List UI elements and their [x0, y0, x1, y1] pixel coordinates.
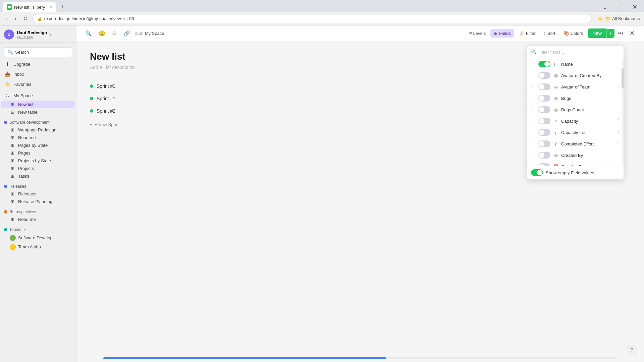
toggle-avatar-cb[interactable] [538, 72, 550, 79]
filter-button[interactable]: ⚡ Filter [516, 29, 539, 38]
close-window-button[interactable]: ✕ [628, 2, 641, 12]
close-button[interactable]: ✕ [627, 28, 637, 38]
toggle-completed-effort[interactable] [538, 140, 550, 147]
drag-handle-bugs[interactable]: ⠿ [531, 96, 536, 101]
sidebar-item-webpage-redesign[interactable]: ⊞ Webpage Redesign [1, 126, 75, 134]
sidebar-item-team-alpha[interactable]: 🟡 Team Alpha [1, 242, 75, 251]
section-teams[interactable]: Teams ▾ [1, 226, 75, 233]
back-button[interactable]: ‹ [4, 14, 10, 23]
read-me-1-label: Read me [18, 135, 36, 140]
field-row-completed-effort[interactable]: ⠿ ƒ Completed Effort ? [527, 138, 624, 149]
sidebar-item-projects-by-state[interactable]: ⊞ Projects by State [1, 157, 75, 165]
new-dropdown-button[interactable]: ▾ [606, 29, 614, 38]
toggle-created-by[interactable] [538, 152, 550, 159]
forward-button[interactable]: › [12, 14, 18, 23]
field-info-avatar-team: ? [617, 84, 620, 89]
section-releases[interactable]: Releases [1, 183, 75, 190]
all-bookmarks[interactable]: 📁 All Bookmarks [605, 16, 640, 21]
levels-button[interactable]: ≡ Levels [466, 29, 489, 38]
field-row-creation-date[interactable]: ⠿ 📅 Creation Date [527, 161, 624, 166]
pages-icon: ⊞ [9, 150, 15, 156]
workspace-name: Uxui Redesign [17, 30, 47, 35]
sidebar-item-software-develop[interactable]: 🟢 Software Develop... [1, 233, 75, 242]
drag-handle-name[interactable]: ⠿ [531, 62, 536, 66]
sidebar-item-tasks[interactable]: ⊞ Tasks [1, 172, 75, 180]
link-button[interactable]: 🔗 [121, 29, 132, 38]
workspace-header[interactable]: U Uxui Redesign ea131bb8 ▾ [0, 25, 76, 43]
drag-handle-completed-effort[interactable]: ⠿ [531, 141, 536, 146]
sidebar-item-read-me-1[interactable]: ⊞ Read me [1, 134, 75, 141]
help-button[interactable]: ? [627, 345, 637, 355]
breadcrumb-my-space[interactable]: My Space [145, 31, 164, 36]
field-type-avatar-team: ◎ [553, 84, 558, 89]
section-retrospectives[interactable]: Retrospectives [1, 208, 75, 216]
field-type-avatar-cb: ◎ [553, 73, 558, 78]
field-type-capacity: # [553, 119, 558, 124]
new-tab-button[interactable]: + [58, 2, 67, 12]
drag-handle-capacity[interactable]: ⠿ [531, 119, 536, 123]
fields-button[interactable]: ⊞ Fields [490, 29, 514, 38]
browser-chrome: New list | Fibery ✕ + ⌄ ⬜ ✕ ‹ › ↻ 🔒 uxui… [0, 0, 644, 25]
field-row-capacity[interactable]: ⠿ # Capacity ? [527, 115, 624, 127]
more-button[interactable]: ••• [616, 29, 626, 38]
search-toolbar-button[interactable]: 🔍 [83, 29, 94, 38]
search-button[interactable]: 🔍 Search [4, 47, 72, 57]
field-row-avatar-created-by[interactable]: ⠿ ◎ Avatar of Created By [527, 70, 624, 81]
toggle-capacity[interactable] [538, 118, 550, 124]
maximize-button[interactable]: ⬜ [612, 2, 628, 12]
sidebar-item-projects[interactable]: ⊞ Projects [1, 165, 75, 172]
drag-handle-bugs-count[interactable]: ⠿ [531, 107, 536, 112]
drag-handle-avatar-team[interactable]: ⠿ [531, 84, 536, 89]
sidebar-item-read-me-2[interactable]: ⊞ Read me [1, 216, 75, 223]
drag-handle-created-by[interactable]: ⠿ [531, 153, 536, 158]
show-empty-label: Show empty Field values [546, 170, 594, 175]
show-empty-toggle[interactable] [531, 169, 543, 176]
field-row-avatar-team[interactable]: ⠿ ◎ Avatar of Team ? [527, 81, 624, 93]
sidebar-item-releases[interactable]: ⊞ Releases [1, 190, 75, 198]
sidebar-item-new-table[interactable]: ⊟ New table [1, 108, 75, 116]
sidebar-item-pages-by-state[interactable]: ⊞ Pages by State [1, 141, 75, 149]
item-number: #53 [135, 31, 142, 36]
toggle-avatar-team[interactable] [538, 83, 550, 90]
sidebar-item-upgrade[interactable]: ⬆ Upgrade [1, 59, 75, 69]
field-row-capacity-left[interactable]: ⠿ ƒ Capacity Left ? [527, 127, 624, 138]
field-row-bugs[interactable]: ⠿ ◎ Bugs [527, 93, 624, 104]
levels-label: Levels [473, 31, 486, 36]
colors-button[interactable]: 🎨 Colors [560, 29, 587, 38]
toggle-capacity-left[interactable] [538, 129, 550, 136]
fields-panel: 🔍 ⠿ T↑ Name ⠿ ◎ [527, 46, 624, 180]
section-dot-orange [4, 210, 7, 214]
refresh-button[interactable]: ↻ [21, 14, 30, 23]
toggle-bugs-count[interactable] [538, 106, 550, 113]
tab-close-icon[interactable]: ✕ [49, 5, 52, 9]
fields-label: Fields [499, 31, 511, 36]
field-row-name[interactable]: ⠿ T↑ Name [527, 58, 624, 70]
section-software-development[interactable]: Software development [1, 119, 75, 126]
toggle-creation-date[interactable] [538, 163, 550, 166]
field-row-created-by[interactable]: ⠿ ◎ Created By [527, 149, 624, 161]
sidebar-item-new-list[interactable]: ⊞ New list [1, 101, 75, 108]
star-button[interactable]: ☆ [110, 29, 119, 38]
drag-handle-avatar-cb[interactable]: ⠿ [531, 73, 536, 78]
toggle-name[interactable] [538, 61, 550, 67]
drag-handle-creation-date[interactable]: ⠿ [531, 164, 536, 166]
software-develop-icon: 🟢 [9, 235, 15, 241]
levels-icon: ≡ [469, 31, 472, 36]
sidebar: U Uxui Redesign ea131bb8 ▾ 🔍 Search ⬆ Up… [0, 25, 76, 362]
sidebar-item-favorites[interactable]: ⭐ Favorites [1, 79, 75, 89]
url-bar[interactable]: 🔒 uxui-redesign.fibery.io/@my-space/New-… [32, 14, 592, 23]
emoji-button[interactable]: 🙂 [97, 29, 107, 38]
panel-scrollbar[interactable] [622, 58, 624, 166]
sidebar-item-inbox[interactable]: 📥 Inbox [1, 69, 75, 79]
sort-button[interactable]: ↕ Sort [540, 29, 559, 38]
sidebar-item-release-planning[interactable]: ⊞ Release Planning [1, 198, 75, 205]
active-tab[interactable]: New list | Fibery ✕ [3, 2, 56, 12]
field-row-bugs-count[interactable]: ⠿ ◎ Bugs Count [527, 104, 624, 115]
sidebar-item-my-space[interactable]: 🗂 My Space [1, 90, 75, 101]
minimize-button[interactable]: ⌄ [598, 2, 611, 12]
toggle-bugs[interactable] [538, 95, 550, 102]
drag-handle-capacity-left[interactable]: ⠿ [531, 130, 536, 135]
fields-search-input[interactable] [539, 50, 620, 55]
new-button[interactable]: New [588, 28, 606, 38]
sidebar-item-pages[interactable]: ⊞ Pages [1, 149, 75, 157]
